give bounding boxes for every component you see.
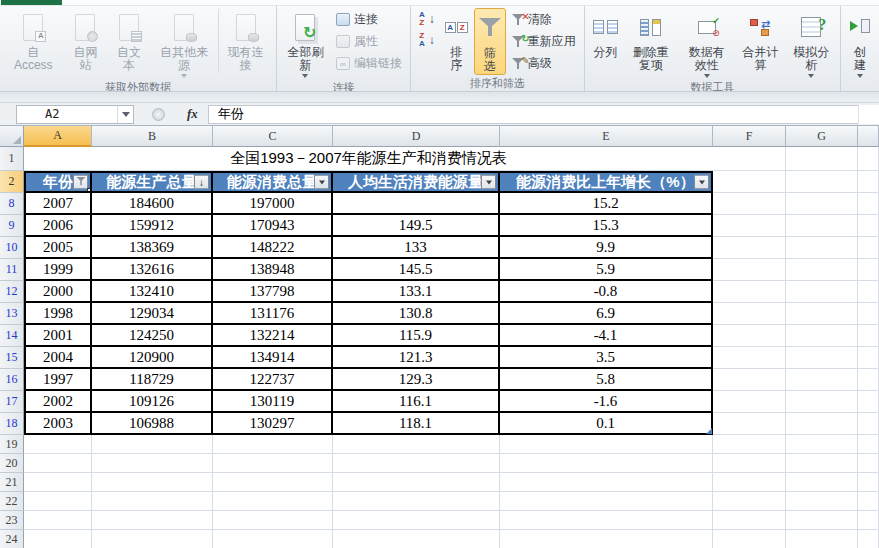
cell[interactable] — [858, 347, 879, 369]
cell[interactable] — [786, 325, 858, 347]
cell[interactable] — [858, 215, 879, 237]
row-header[interactable]: 18 — [0, 413, 24, 435]
cell[interactable] — [786, 281, 858, 303]
table-cell[interactable]: 2002 — [24, 391, 92, 413]
cell[interactable] — [92, 473, 213, 492]
cell[interactable] — [713, 530, 786, 548]
cell[interactable] — [786, 193, 858, 215]
cell[interactable] — [786, 511, 858, 530]
cell[interactable] — [786, 435, 858, 454]
cell[interactable] — [858, 435, 879, 454]
table-cell[interactable]: -1.6 — [500, 391, 713, 413]
row-header[interactable]: 17 — [0, 391, 24, 413]
row-header[interactable]: 19 — [0, 435, 24, 454]
cell[interactable] — [500, 511, 713, 530]
cell[interactable] — [713, 347, 786, 369]
row-header[interactable]: 11 — [0, 259, 24, 281]
table-cell[interactable]: 134914 — [213, 347, 333, 369]
cell[interactable] — [786, 454, 858, 473]
cell[interactable] — [713, 325, 786, 347]
remove-duplicates-button[interactable]: 删除重复项 — [624, 8, 678, 73]
table-cell[interactable]: 116.1 — [333, 391, 500, 413]
table-cell[interactable]: 133 — [333, 237, 500, 259]
sort-button[interactable]: A Z 排序 — [441, 8, 472, 73]
cell[interactable] — [858, 237, 879, 259]
cell[interactable] — [858, 369, 879, 391]
cell[interactable] — [713, 413, 786, 435]
cell[interactable] — [713, 369, 786, 391]
table-cell[interactable]: 120900 — [92, 347, 213, 369]
cell[interactable] — [858, 325, 879, 347]
table-cell[interactable]: 1999 — [24, 259, 92, 281]
name-box[interactable]: A2 — [16, 105, 134, 124]
row-header[interactable]: 13 — [0, 303, 24, 325]
cell[interactable] — [333, 435, 500, 454]
existing-connections-button[interactable]: 现有连接 — [218, 8, 272, 73]
filter-dropdown-button[interactable] — [314, 175, 329, 190]
text-to-columns-button[interactable]: 分列 — [589, 8, 622, 60]
cell[interactable] — [858, 473, 879, 492]
table-cell[interactable]: 130297 — [213, 413, 333, 435]
table-cell[interactable]: 2001 — [24, 325, 92, 347]
table-cell[interactable]: 137798 — [213, 281, 333, 303]
cell[interactable] — [858, 193, 879, 215]
column-header-E[interactable]: E — [500, 126, 713, 147]
table-cell[interactable]: 121.3 — [333, 347, 500, 369]
cell[interactable] — [213, 454, 333, 473]
from-access-button[interactable]: A 自 Access — [4, 8, 63, 73]
cell[interactable] — [213, 492, 333, 511]
refresh-all-button[interactable]: ↻ 全部刷新 — [281, 8, 330, 79]
cell[interactable] — [786, 215, 858, 237]
column-header-C[interactable]: C — [213, 126, 333, 147]
cell[interactable] — [713, 259, 786, 281]
cell[interactable] — [333, 530, 500, 548]
cell[interactable] — [500, 492, 713, 511]
cell-F1[interactable] — [713, 147, 786, 171]
what-if-analysis-button[interactable]: ? 模拟分析 — [787, 8, 836, 79]
cell[interactable] — [92, 511, 213, 530]
table-cell[interactable]: 130119 — [213, 391, 333, 413]
cell-G1[interactable] — [786, 147, 858, 171]
table-cell[interactable]: 138369 — [92, 237, 213, 259]
cell[interactable] — [713, 492, 786, 511]
table-cell[interactable]: 6.9 — [500, 303, 713, 325]
table-cell[interactable]: 2005 — [24, 237, 92, 259]
cell[interactable] — [213, 530, 333, 548]
cell[interactable] — [213, 473, 333, 492]
table-cell[interactable]: 0.1 — [500, 413, 713, 435]
table-cell[interactable]: 129.3 — [333, 369, 500, 391]
cell[interactable] — [713, 473, 786, 492]
table-cell[interactable]: 159912 — [92, 215, 213, 237]
table-cell[interactable]: 3.5 — [500, 347, 713, 369]
table-title-cell[interactable]: 全国1993－2007年能源生产和消费情况表 — [24, 147, 713, 171]
row-header[interactable]: 24 — [0, 530, 24, 548]
cell[interactable] — [713, 237, 786, 259]
table-cell[interactable]: 170943 — [213, 215, 333, 237]
data-validation-button[interactable]: ✔ ⊘ 数据有效性 — [680, 8, 734, 79]
cell[interactable] — [333, 454, 500, 473]
connections-button[interactable]: 连接 — [333, 10, 405, 29]
cell[interactable] — [713, 281, 786, 303]
select-all-corner[interactable] — [0, 126, 24, 147]
cell[interactable] — [24, 435, 92, 454]
cell[interactable] — [333, 511, 500, 530]
table-cell[interactable]: -4.1 — [500, 325, 713, 347]
table-cell[interactable]: 118.1 — [333, 413, 500, 435]
clear-filter-button[interactable]: ✕ 清除 — [509, 10, 579, 29]
table-cell[interactable]: 2000 — [24, 281, 92, 303]
cell[interactable] — [333, 473, 500, 492]
table-cell[interactable]: 122737 — [213, 369, 333, 391]
cell[interactable] — [92, 530, 213, 548]
filter-button[interactable]: 筛选 — [474, 8, 506, 75]
table-cell[interactable]: 145.5 — [333, 259, 500, 281]
row-header[interactable]: 21 — [0, 473, 24, 492]
cell[interactable] — [713, 391, 786, 413]
row-header[interactable]: 23 — [0, 511, 24, 530]
formula-input[interactable]: 年份 — [209, 105, 858, 124]
cell[interactable] — [24, 511, 92, 530]
table-cell[interactable]: 133.1 — [333, 281, 500, 303]
cell[interactable] — [24, 454, 92, 473]
table-cell[interactable]: 5.8 — [500, 369, 713, 391]
cell[interactable] — [858, 511, 879, 530]
table-cell[interactable]: 132616 — [92, 259, 213, 281]
